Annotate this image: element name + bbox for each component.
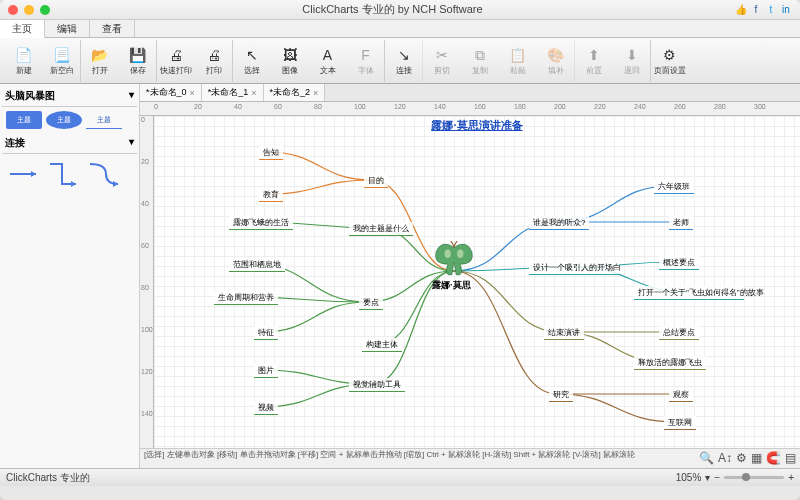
zoom-fit-icon[interactable]: 🔍 — [699, 454, 714, 463]
node-audience[interactable]: 谁是我的听众? — [529, 216, 589, 230]
menu-tabs: 主页编辑查看 — [0, 20, 800, 38]
node-grade6[interactable]: 六年级班 — [654, 180, 694, 194]
sidebar-conn-title[interactable]: 连接 ▾ — [2, 133, 137, 154]
save-label: 保存 — [130, 65, 146, 76]
doc-tab-2[interactable]: *未命名_2× — [264, 84, 326, 101]
connector-straight-icon[interactable] — [8, 160, 40, 188]
collapse-icon[interactable]: ▾ — [129, 89, 134, 103]
quick-print-icon: 🖨 — [166, 45, 186, 65]
social-icons[interactable]: 👍 f t in — [735, 4, 792, 16]
zoom-in-icon[interactable]: + — [788, 472, 794, 483]
settings-icon[interactable]: ⚙ — [736, 454, 747, 463]
doc-tab-1[interactable]: *未命名_1× — [202, 84, 264, 101]
node-joke[interactable]: 打开一个关于"飞虫如何得名"的故事 — [634, 286, 744, 300]
open-icon: 📂 — [90, 45, 110, 65]
image-label: 图像 — [282, 65, 298, 76]
sidebar-shapes-title[interactable]: 头脑风暴图 ▾ — [2, 86, 137, 107]
twitter-icon[interactable]: t — [765, 4, 777, 16]
shape-rect[interactable]: 主题 — [6, 111, 42, 129]
node-pic[interactable]: 图片 — [254, 364, 278, 378]
menu-tab-0[interactable]: 主页 — [0, 20, 45, 38]
node-luna_life[interactable]: 露娜飞蛾的生活 — [229, 216, 293, 230]
status-app: ClickCharts 专业的 — [6, 471, 90, 485]
maximize-icon[interactable] — [40, 5, 50, 15]
print-button[interactable]: 🖨打印 — [194, 40, 232, 82]
copy-label: 复制 — [472, 65, 488, 76]
connector-curve-icon[interactable] — [88, 160, 120, 188]
close-icon[interactable] — [8, 5, 18, 15]
zoom-dropdown-icon[interactable]: ▾ — [705, 472, 710, 483]
new-blank-button[interactable]: 📃新空白 — [42, 40, 80, 82]
node-video[interactable]: 视频 — [254, 401, 278, 415]
minimize-icon[interactable] — [24, 5, 34, 15]
node-lifecycle[interactable]: 生命周期和营养 — [214, 291, 278, 305]
node-release[interactable]: 释放活的露娜飞虫 — [634, 356, 706, 370]
menu-tab-2[interactable]: 查看 — [90, 20, 135, 37]
save-button[interactable]: 💾保存 — [118, 40, 156, 82]
connector-elbow-icon[interactable] — [48, 160, 80, 188]
shape-ellipse[interactable]: 主题 — [46, 111, 82, 129]
select-label: 选择 — [244, 65, 260, 76]
node-outline[interactable]: 概述要点 — [659, 256, 699, 270]
snap-icon[interactable]: 🧲 — [766, 454, 781, 463]
node-observe[interactable]: 观察 — [669, 388, 693, 402]
canvas[interactable]: 露娜·莫思演讲准备 露娜·莫思 目的告知教育我的主题是什么露娜飞蛾的生活要点范围… — [154, 116, 800, 448]
statusbar: ClickCharts 专业的 105% ▾ − + — [0, 468, 800, 486]
edge-research-internet — [557, 394, 676, 422]
copy-button: ⧉复制 — [460, 40, 498, 82]
close-tab-icon[interactable]: × — [313, 88, 318, 98]
linkedin-icon[interactable]: in — [780, 4, 792, 16]
page-setup-label: 页面设置 — [654, 65, 686, 76]
node-visual[interactable]: 视觉辅助工具 — [349, 378, 405, 392]
layers-icon[interactable]: ▤ — [785, 454, 796, 463]
center-image[interactable] — [433, 241, 475, 279]
text-tool-icon[interactable]: A↕ — [718, 454, 732, 463]
mindmap-title[interactable]: 露娜·莫思演讲准备 — [431, 118, 522, 133]
page-setup-button[interactable]: ⚙页面设置 — [650, 40, 688, 82]
node-topic[interactable]: 我的主题是什么 — [349, 222, 413, 236]
like-icon[interactable]: 👍 — [735, 4, 747, 16]
node-purpose[interactable]: 目的 — [364, 174, 388, 188]
fill-icon: 🎨 — [546, 45, 566, 65]
window-title: ClickCharts 专业的 by NCH Software — [56, 2, 729, 17]
new-icon: 📄 — [14, 45, 34, 65]
select-button[interactable]: ↖选择 — [232, 40, 270, 82]
collapse-icon[interactable]: ▾ — [129, 136, 134, 150]
node-range[interactable]: 范围和栖息地 — [229, 258, 285, 272]
svg-point-0 — [445, 250, 451, 258]
select-icon: ↖ — [242, 45, 262, 65]
connect-button[interactable]: ↘连接 — [384, 40, 422, 82]
node-features[interactable]: 特征 — [254, 326, 278, 340]
center-node[interactable]: 露娜·莫思 — [432, 279, 471, 292]
node-research[interactable]: 研究 — [549, 388, 573, 402]
node-build_body[interactable]: 构建主体 — [362, 338, 402, 352]
menu-tab-1[interactable]: 编辑 — [45, 20, 90, 37]
open-button[interactable]: 📂打开 — [80, 40, 118, 82]
node-closing[interactable]: 结束演讲 — [544, 326, 584, 340]
node-points[interactable]: 要点 — [359, 296, 383, 310]
paste-button: 📋粘贴 — [498, 40, 536, 82]
close-tab-icon[interactable]: × — [190, 88, 195, 98]
shape-text[interactable]: 主题 — [86, 111, 122, 129]
zoom-out-icon[interactable]: − — [714, 472, 720, 483]
grid-icon[interactable]: ▦ — [751, 454, 762, 463]
image-button[interactable]: 🖼图像 — [270, 40, 308, 82]
node-teacher[interactable]: 老师 — [669, 216, 693, 230]
hints-text: [选择] 左键单击对象 [移动] 单击并拖动对象 [平移] 空间 + 鼠标单击并… — [144, 450, 699, 467]
node-summary[interactable]: 总结要点 — [659, 326, 699, 340]
zoom-value[interactable]: 105% — [676, 472, 702, 483]
front-label: 前置 — [586, 65, 602, 76]
facebook-icon[interactable]: f — [750, 4, 762, 16]
text-label: 文本 — [320, 65, 336, 76]
node-inform[interactable]: 告知 — [259, 146, 283, 160]
node-opening[interactable]: 设计一个吸引人的开场白 — [529, 261, 619, 275]
zoom-slider[interactable] — [724, 476, 784, 479]
new-button[interactable]: 📄新建 — [4, 40, 42, 82]
node-educate[interactable]: 教育 — [259, 188, 283, 202]
canvas-area: *未命名_0×*未命名_1×*未命名_2× 020406080100120140… — [140, 84, 800, 468]
doc-tab-0[interactable]: *未命名_0× — [140, 84, 202, 101]
text-button[interactable]: A文本 — [308, 40, 346, 82]
close-tab-icon[interactable]: × — [251, 88, 256, 98]
quick-print-button[interactable]: 🖨快速打印 — [156, 40, 194, 82]
node-internet[interactable]: 互联网 — [664, 416, 696, 430]
